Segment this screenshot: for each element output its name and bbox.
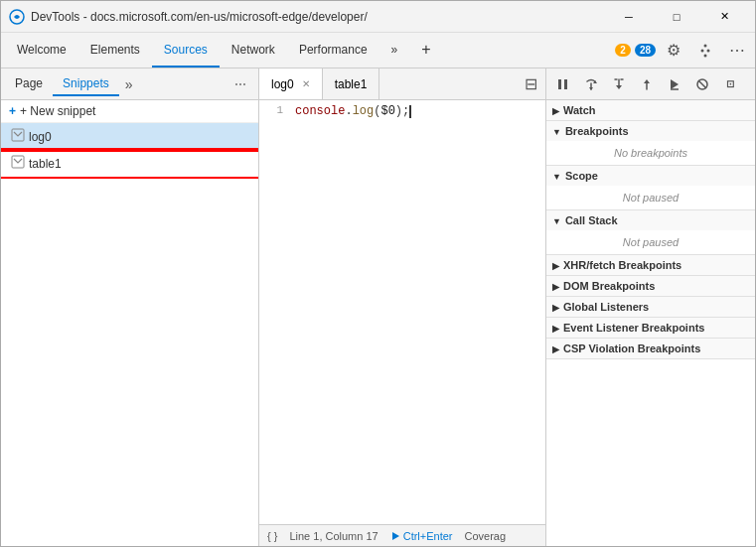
section-breakpoints: Breakpoints No breakpoints	[546, 121, 755, 166]
cursor-position: Line 1, Column 17	[289, 530, 378, 542]
more-options-icon[interactable]: ⋯	[723, 37, 751, 65]
section-dom-label: DOM Breakpoints	[563, 280, 655, 292]
pause-resume-button[interactable]	[550, 71, 576, 97]
section-scope-header[interactable]: Scope	[546, 166, 755, 186]
snippet-list: log0 table1	[1, 123, 258, 546]
section-callstack-body: Not paused	[546, 230, 755, 254]
tab-page[interactable]: Page	[5, 72, 53, 96]
right-panel: ⊡ Watch Breakpoints No breakpoints Scope…	[546, 68, 755, 546]
section-breakpoints-header[interactable]: Breakpoints	[546, 121, 755, 141]
line-number-1: 1	[259, 104, 291, 116]
new-snippet-plus-icon: +	[9, 104, 16, 118]
devtools-toolbar-icons: 2 28 ⚙ ⋯	[615, 37, 751, 65]
tab-sources[interactable]: Sources	[152, 33, 220, 68]
customize-icon[interactable]	[691, 37, 719, 65]
breakpoints-chevron-icon	[552, 125, 561, 137]
maximize-button[interactable]: □	[654, 1, 699, 33]
section-global-header[interactable]: Global Listeners	[546, 297, 755, 317]
panel-tab-actions: ⋯	[227, 70, 254, 98]
middle-panel: log0 ✕ table1 ⊟ 1 console.log($0); { } L…	[259, 68, 546, 546]
section-breakpoints-label: Breakpoints	[565, 125, 629, 137]
watch-chevron-icon	[552, 104, 559, 116]
step-out-button[interactable]	[634, 71, 660, 97]
dom-chevron-icon	[552, 280, 559, 292]
svg-point-4	[704, 54, 707, 57]
svg-line-22	[698, 80, 706, 88]
svg-rect-5	[12, 129, 24, 141]
section-callstack-header[interactable]: Call Stack	[546, 210, 755, 230]
tab-network[interactable]: Network	[220, 33, 287, 68]
step-button[interactable]	[662, 71, 687, 97]
warning-badge[interactable]: 2	[615, 44, 631, 57]
section-event-header[interactable]: Event Listener Breakpoints	[546, 318, 755, 338]
deactivate-breakpoints-button[interactable]	[689, 71, 715, 97]
minimize-button[interactable]: ─	[606, 1, 652, 33]
left-panel: Page Snippets » ⋯ + + New snippet log0	[1, 68, 259, 546]
section-event-listeners: Event Listener Breakpoints	[546, 318, 755, 339]
scope-chevron-icon	[552, 170, 561, 182]
svg-marker-19	[671, 79, 679, 89]
run-button[interactable]: Ctrl+Enter	[390, 530, 453, 542]
editor-tabs: log0 ✕ table1 ⊟	[259, 68, 545, 100]
section-scope-body: Not paused	[546, 186, 755, 209]
snippet-icon-log0	[11, 128, 25, 145]
coverage-label: Coverag	[465, 530, 507, 542]
run-label: Ctrl+Enter	[403, 530, 453, 542]
section-scope-label: Scope	[565, 170, 598, 182]
tab-welcome[interactable]: Welcome	[5, 33, 78, 68]
svg-rect-6	[12, 156, 24, 168]
snippet-item-log0[interactable]: log0	[1, 123, 258, 150]
more-panel-tabs[interactable]: »	[119, 74, 139, 94]
svg-marker-7	[392, 532, 399, 540]
more-tabs-button[interactable]: »	[379, 33, 410, 68]
info-badge[interactable]: 28	[635, 44, 656, 57]
xhr-chevron-icon	[552, 259, 559, 271]
tab-performance[interactable]: Performance	[287, 33, 379, 68]
line-content-1: console.log($0);	[291, 104, 545, 118]
section-csp-label: CSP Violation Breakpoints	[563, 342, 700, 354]
editor-tabs-end-button[interactable]: ⊟	[517, 70, 545, 97]
new-snippet-label: + New snippet	[20, 104, 95, 118]
panel-tabs: Page Snippets » ⋯	[1, 68, 258, 100]
snippet-item-table1[interactable]: table1	[1, 150, 258, 177]
code-editor[interactable]: 1 console.log($0);	[259, 100, 545, 524]
section-dom-header[interactable]: DOM Breakpoints	[546, 276, 755, 296]
code-line-1: 1 console.log($0);	[259, 104, 545, 122]
svg-rect-9	[564, 79, 567, 89]
callstack-chevron-icon	[552, 214, 561, 226]
status-bar: { } Line 1, Column 17 Ctrl+Enter Coverag	[259, 524, 545, 546]
section-global-listeners: Global Listeners	[546, 297, 755, 318]
panel-menu-button[interactable]: ⋯	[227, 70, 254, 98]
section-callstack-label: Call Stack	[565, 214, 618, 226]
main-nav-tabs: Welcome Elements Sources Network Perform…	[1, 33, 755, 68]
right-toolbar: ⊡	[546, 68, 755, 100]
curly-braces-icon[interactable]: { }	[267, 530, 277, 542]
editor-tab-table1[interactable]: table1	[323, 68, 380, 99]
new-snippet-button[interactable]: + + New snippet	[1, 100, 258, 123]
editor-tab-log0-label: log0	[271, 77, 294, 91]
snippet-icon-table1	[11, 155, 25, 172]
editor-tab-table1-label: table1	[335, 77, 368, 91]
section-event-label: Event Listener Breakpoints	[563, 322, 704, 334]
tab-snippets[interactable]: Snippets	[53, 72, 119, 96]
section-watch-header[interactable]: Watch	[546, 100, 755, 120]
section-csp-header[interactable]: CSP Violation Breakpoints	[546, 339, 755, 358]
svg-point-1	[701, 49, 704, 52]
section-watch-label: Watch	[563, 104, 596, 116]
svg-point-2	[707, 49, 710, 52]
section-xhr-breakpoints: XHR/fetch Breakpoints	[546, 255, 755, 276]
tab-elements[interactable]: Elements	[78, 33, 152, 68]
step-over-button[interactable]	[578, 71, 604, 97]
settings-icon[interactable]: ⚙	[660, 37, 687, 65]
window-controls: ─ □ ✕	[606, 1, 747, 33]
title-bar: DevTools - docs.microsoft.com/en-us/micr…	[1, 1, 755, 33]
close-button[interactable]: ✕	[701, 1, 747, 33]
editor-tab-log0-close[interactable]: ✕	[302, 78, 310, 89]
devtools-icon	[9, 9, 25, 25]
svg-point-3	[704, 44, 707, 47]
new-tab-button[interactable]: +	[409, 33, 442, 68]
step-into-button[interactable]	[606, 71, 632, 97]
editor-tab-log0[interactable]: log0 ✕	[259, 68, 323, 99]
format-button[interactable]: ⊡	[717, 71, 743, 97]
section-xhr-header[interactable]: XHR/fetch Breakpoints	[546, 255, 755, 275]
